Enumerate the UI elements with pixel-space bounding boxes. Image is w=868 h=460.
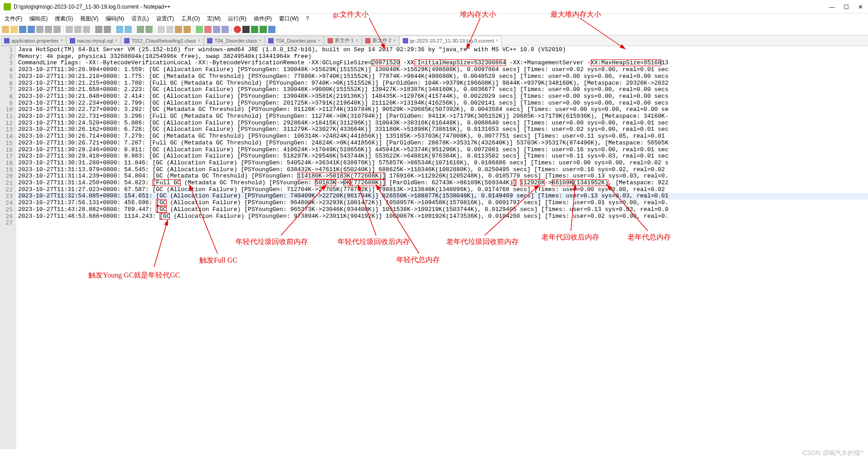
menu-macro[interactable]: 宏(M) xyxy=(204,14,223,24)
tab-t012[interactable]: T012_ClassReloading2.class× xyxy=(121,36,203,46)
copy-icon[interactable] xyxy=(74,26,82,33)
tab-new1[interactable]: 新文件 1× xyxy=(324,36,362,46)
wrap-icon[interactable] xyxy=(166,26,174,33)
tab-t04-class[interactable]: T04_Disorder.class× xyxy=(204,36,265,46)
fold-icon[interactable] xyxy=(196,26,203,33)
tab-application-properties[interactable]: application.properties× xyxy=(1,36,66,46)
play-icon[interactable] xyxy=(251,26,258,33)
paste-icon[interactable] xyxy=(83,26,90,33)
code-content[interactable]: Java HotSpot(TM) 64-Bit Server VM (25.15… xyxy=(16,46,868,449)
editor-area: 1234567891011121314151617181920212223242… xyxy=(0,46,868,449)
zoomout-icon[interactable] xyxy=(145,26,153,33)
menu-view[interactable]: 视图(V) xyxy=(77,14,101,24)
unfold-icon[interactable] xyxy=(204,26,212,33)
cut-icon[interactable] xyxy=(66,26,73,33)
playmulti-icon[interactable] xyxy=(260,26,267,33)
open-icon[interactable] xyxy=(10,26,18,33)
record-icon[interactable] xyxy=(234,26,241,33)
redo-icon[interactable] xyxy=(104,26,111,33)
maximize-button[interactable]: ☐ xyxy=(844,4,850,10)
line-gutter: 1234567891011121314151617181920212223242… xyxy=(0,46,16,449)
minimize-button[interactable]: — xyxy=(829,4,835,10)
tab-bar: application.properties× nacos-mysql.sql×… xyxy=(0,35,868,46)
menu-tools[interactable]: 工具(O) xyxy=(178,14,203,24)
menu-plugins[interactable]: 插件(P) xyxy=(251,14,275,24)
window-title: D:\gslog\qms\gc-2023-10-27_11-30-19.log.… xyxy=(14,4,829,10)
zoomin-icon[interactable] xyxy=(137,26,144,33)
saveall-icon[interactable] xyxy=(28,26,35,33)
menu-run[interactable]: 运行(R) xyxy=(225,14,249,24)
watermark: CSDN @喝汽水的猫^ xyxy=(803,449,863,457)
sync-icon[interactable] xyxy=(158,26,165,33)
tab-gc-log[interactable]: gc-2023-10-27_11-30-19.log.0.current× xyxy=(400,36,502,46)
tab-nacos-mysql[interactable]: nacos-mysql.sql× xyxy=(67,36,121,46)
docmap-icon[interactable] xyxy=(222,26,229,33)
menu-help[interactable]: ? xyxy=(303,14,312,23)
app-icon xyxy=(4,3,11,10)
allchars-icon[interactable] xyxy=(175,26,182,33)
closeall-icon[interactable] xyxy=(45,26,52,33)
tab-new2[interactable]: 新文件 2× xyxy=(362,36,399,46)
savemacro-icon[interactable] xyxy=(268,26,275,33)
close-button[interactable]: ✕ xyxy=(858,4,864,10)
print-icon[interactable] xyxy=(53,26,61,33)
stop-icon[interactable] xyxy=(242,26,250,33)
menu-language[interactable]: 语言(L) xyxy=(129,14,152,24)
replace-icon[interactable] xyxy=(125,26,132,33)
menu-window[interactable]: 窗口(W) xyxy=(276,14,301,24)
new-icon[interactable] xyxy=(2,26,9,33)
menu-encoding[interactable]: 编码(N) xyxy=(103,14,127,24)
toolbar xyxy=(0,24,868,35)
funclist-icon[interactable] xyxy=(213,26,220,33)
find-icon[interactable] xyxy=(116,26,123,33)
title-bar: D:\gslog\qms\gc-2023-10-27_11-30-19.log.… xyxy=(0,0,868,14)
close-icon[interactable] xyxy=(36,26,43,33)
undo-icon[interactable] xyxy=(95,26,102,33)
save-icon[interactable] xyxy=(19,26,26,33)
menu-file[interactable]: 文件(F) xyxy=(2,14,25,24)
menu-search[interactable]: 搜索(S) xyxy=(52,14,76,24)
tab-t04-java[interactable]: T04_Disorder.java× xyxy=(265,36,323,46)
menu-bar: 文件(F) 编辑(E) 搜索(S) 视图(V) 编码(N) 语言(L) 设置(T… xyxy=(0,14,868,24)
indent-icon[interactable] xyxy=(183,26,191,33)
menu-edit[interactable]: 编辑(E) xyxy=(27,14,50,24)
menu-settings[interactable]: 设置(T) xyxy=(154,14,177,24)
